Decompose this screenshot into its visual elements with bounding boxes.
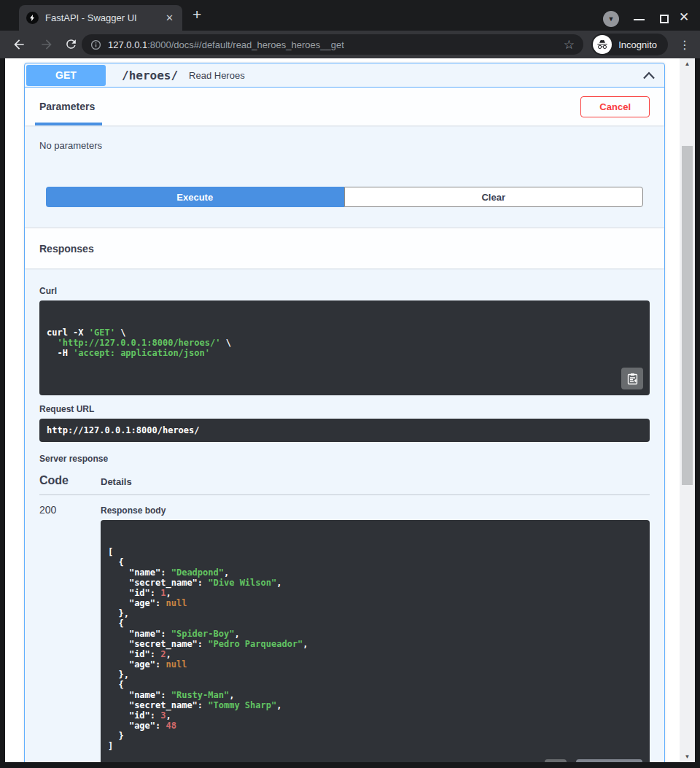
opblock-get-heroes: GET /heroes/ Read Heroes Parameters Canc… bbox=[24, 63, 665, 762]
swagger-page: GET /heroes/ Read Heroes Parameters Canc… bbox=[5, 58, 695, 762]
parameters-body: No parameters bbox=[25, 125, 664, 166]
response-details: Response body [ { "name": "Deadpond", "s… bbox=[101, 504, 650, 762]
opblock-summary[interactable]: GET /heroes/ Read Heroes bbox=[25, 63, 664, 88]
responses-body: Curl curl -X 'GET' \ 'http://127.0.0.1:8… bbox=[25, 268, 664, 762]
parameters-tab-underline bbox=[35, 123, 102, 125]
collapse-chevron-icon[interactable] bbox=[642, 71, 656, 79]
server-response-row: 200 Response body [ { "name": "Deadpond"… bbox=[39, 495, 650, 762]
reload-icon[interactable] bbox=[64, 37, 78, 54]
url-host: 127.0.0.1 bbox=[108, 39, 147, 50]
response-body: [ { "name": "Deadpond", "secret_name": "… bbox=[101, 520, 650, 762]
method-badge: GET bbox=[26, 65, 106, 86]
page-scrollbar[interactable]: ▲ ▼ bbox=[680, 58, 695, 762]
new-tab-icon[interactable]: + bbox=[192, 6, 201, 23]
copy-response-button[interactable] bbox=[545, 759, 567, 762]
bookmark-star-icon[interactable]: ☆ bbox=[564, 39, 575, 51]
endpoint-summary: Read Heroes bbox=[189, 70, 245, 81]
window-minimize-icon[interactable] bbox=[634, 19, 645, 20]
browser-tab[interactable]: FastAPI - Swagger UI ✕ bbox=[19, 5, 182, 31]
incognito-badge: Incognito bbox=[591, 34, 668, 55]
back-icon[interactable] bbox=[12, 37, 26, 55]
download-button[interactable]: Download bbox=[576, 759, 642, 762]
scrollbar-up-icon[interactable]: ▲ bbox=[680, 61, 695, 67]
tab-title: FastAPI - Swagger UI bbox=[45, 12, 164, 23]
tab-close-icon[interactable]: ✕ bbox=[164, 12, 175, 23]
status-code: 200 bbox=[39, 504, 101, 762]
browser-menu-icon[interactable]: ⋮ bbox=[679, 38, 691, 52]
request-url-value: http://127.0.0.1:8000/heroes/ bbox=[39, 419, 650, 442]
server-response-label: Server response bbox=[39, 454, 650, 464]
details-column-header: Details bbox=[101, 474, 132, 487]
cancel-button[interactable]: Cancel bbox=[580, 96, 650, 117]
responses-title: Responses bbox=[39, 243, 94, 255]
url-text: 127.0.0.1:8000/docs#/default/read_heroes… bbox=[108, 39, 344, 50]
forward-icon[interactable] bbox=[39, 37, 54, 55]
code-column-header: Code bbox=[39, 474, 101, 487]
browser-titlebar: FastAPI - Swagger UI ✕ + ▼ ✕ bbox=[0, 0, 700, 31]
parameters-header: Parameters Cancel bbox=[25, 88, 664, 125]
response-body-actions: Download bbox=[545, 759, 642, 762]
execute-button[interactable]: Execute bbox=[46, 187, 344, 207]
incognito-icon bbox=[593, 35, 612, 54]
request-url-label: Request URL bbox=[39, 404, 650, 414]
response-body-label: Response body bbox=[101, 505, 650, 516]
execute-row: Execute Clear bbox=[25, 166, 664, 228]
responses-header: Responses bbox=[25, 228, 664, 268]
url-bar[interactable]: 127.0.0.1:8000/docs#/default/read_heroes… bbox=[82, 34, 583, 55]
server-response-table-head: Code Details bbox=[39, 468, 650, 495]
browser-toolbar: 127.0.0.1:8000/docs#/default/read_heroes… bbox=[0, 31, 700, 58]
tab-search-icon[interactable]: ▼ bbox=[603, 11, 619, 27]
clear-button[interactable]: Clear bbox=[344, 187, 644, 207]
url-path: :8000/docs#/default/read_heroes_heroes__… bbox=[147, 39, 344, 50]
scrollbar-down-icon[interactable]: ▼ bbox=[680, 753, 695, 760]
window-close-icon[interactable]: ✕ bbox=[679, 9, 689, 25]
copy-curl-button[interactable] bbox=[621, 368, 643, 389]
window-maximize-icon[interactable] bbox=[660, 15, 669, 23]
curl-label: Curl bbox=[39, 286, 650, 296]
parameters-title: Parameters bbox=[39, 101, 95, 112]
fastapi-favicon-icon bbox=[26, 12, 39, 24]
no-parameters-text: No parameters bbox=[39, 140, 650, 151]
site-info-icon[interactable] bbox=[90, 39, 101, 50]
endpoint-path: /heroes/ bbox=[122, 69, 178, 82]
page-content: GET /heroes/ Read Heroes Parameters Canc… bbox=[5, 58, 680, 762]
scrollbar-thumb[interactable] bbox=[682, 146, 693, 485]
curl-command: curl -X 'GET' \ 'http://127.0.0.1:8000/h… bbox=[39, 300, 650, 395]
incognito-label: Incognito bbox=[618, 39, 657, 50]
